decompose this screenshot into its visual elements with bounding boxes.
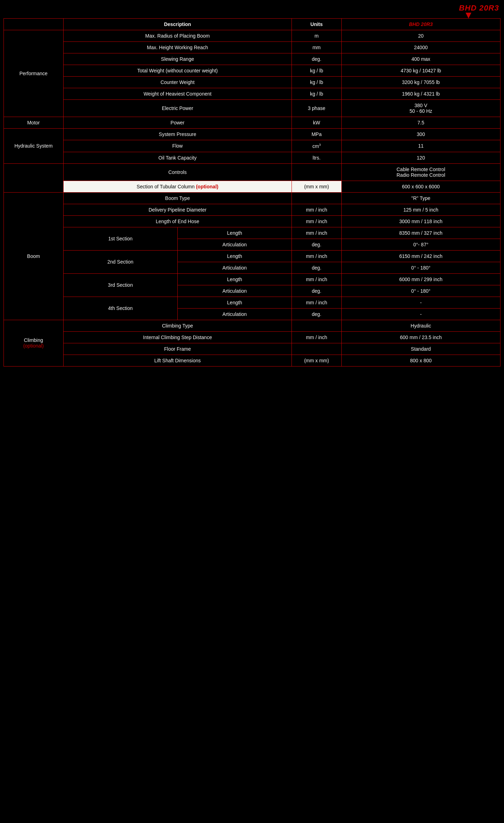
val-oil-tank: 120 [341,152,500,163]
desc-total-weight: Total Weight (without counter weight) [63,65,292,77]
table-row: Boom Boom Type "R" Type [4,192,500,204]
unit-delivery-pipeline: mm / inch [292,204,341,215]
sub-2nd-articulation-label: Articulation [177,262,292,273]
table-row: Motor Power kW 7.5 [4,117,500,129]
desc-power: Power [63,117,292,129]
val-4th-articulation: - [341,308,500,320]
desc-controls: Controls [63,163,292,181]
category-performance: Performance [4,30,64,117]
desc-slewing: Slewing Range [63,53,292,65]
val-tubular: 600 x 600 x 6000 [341,181,500,192]
unit-climbing-type [292,320,341,331]
unit-max-radius: m [292,30,341,42]
desc-max-radius: Max. Radius of Placing Boom [63,30,292,42]
val-2nd-length: 6150 mm / 242 inch [341,250,500,262]
val-3rd-articulation: 0° - 180° [341,285,500,297]
desc-4th-section: 4th Section [63,297,177,320]
table-row: Floor Frame Standard [4,343,500,355]
unit-3rd-length: mm / inch [292,273,341,285]
table-row: Internal Climbing Step Distance mm / inc… [4,331,500,343]
sub-3rd-length-label: Length [177,273,292,285]
sub-2nd-length-label: Length [177,250,292,262]
sub-4th-length-label: Length [177,297,292,308]
page-wrapper: BHD 20R3 ▼ Description Units BHD 20R3 Pe… [4,4,500,367]
val-2nd-articulation: 0° - 180° [341,262,500,273]
category-hydraulic: Hydraulic System [4,129,64,164]
unit-4th-length: mm / inch [292,297,341,308]
unit-climbing-step: mm / inch [292,331,341,343]
table-row: Weight of Heaviest Component kg / lb 196… [4,88,500,100]
desc-delivery-pipeline: Delivery Pipeline Diameter [63,204,292,215]
desc-climbing-type: Climbing Type [63,320,292,331]
table-row: Electric Power 3 phase 380 V50 - 60 Hz [4,100,500,117]
unit-1st-articulation: deg. [292,239,341,250]
desc-flow: Flow [63,140,292,152]
desc-3rd-section: 3rd Section [63,273,177,297]
unit-flow: cm3 [292,140,341,152]
val-counter-weight: 3200 kg / 7055 lb [341,77,500,88]
desc-end-hose: Length of End Hose [63,215,292,227]
desc-heaviest: Weight of Heaviest Component [63,88,292,100]
sub-3rd-articulation-label: Articulation [177,285,292,297]
table-row: Oil Tank Capacity ltrs. 120 [4,152,500,163]
unit-controls [292,163,341,181]
table-row: Performance Max. Radius of Placing Boom … [4,30,500,42]
desc-2nd-section: 2nd Section [63,250,177,273]
unit-counter-weight: kg / lb [292,77,341,88]
unit-total-weight: kg / lb [292,65,341,77]
val-climbing-step: 600 mm / 23.5 inch [341,331,500,343]
desc-max-height: Max. Height Working Reach [63,42,292,53]
val-delivery-pipeline: 125 mm / 5 inch [341,204,500,215]
desc-climbing-step: Internal Climbing Step Distance [63,331,292,343]
table-row: Delivery Pipeline Diameter mm / inch 125… [4,204,500,215]
val-4th-length: - [341,297,500,308]
header-section: BHD 20R3 ▼ [4,4,500,18]
unit-floor-frame [292,343,341,355]
val-controls: Cable Remote ControlRadio Remote Control [341,163,500,181]
unit-lift-shaft: (mm x mm) [292,355,341,366]
val-max-height: 24000 [341,42,500,53]
val-total-weight: 4730 kg / 10427 lb [341,65,500,77]
table-row: Section of Tubular Column (optional) (mm… [4,181,500,192]
val-lift-shaft: 800 x 800 [341,355,500,366]
desc-electric: Electric Power [63,100,292,117]
val-max-radius: 20 [341,30,500,42]
table-row: Max. Height Working Reach mm 24000 [4,42,500,53]
category-boom: Boom [4,192,64,320]
unit-oil-tank: ltrs. [292,152,341,163]
table-row: Slewing Range deg. 400 max [4,53,500,65]
unit-tubular: (mm x mm) [292,181,341,192]
val-boom-type: "R" Type [341,192,500,204]
val-flow: 11 [341,140,500,152]
sub-1st-length-label: Length [177,227,292,239]
val-power: 7.5 [341,117,500,129]
category-empty [4,163,64,192]
table-row: Flow cm3 11 [4,140,500,152]
col-header-category [4,19,64,30]
val-climbing-type: Hydraulic [341,320,500,331]
category-climbing: Climbing(optional) [4,320,64,366]
arrow-indicator: ▼ [459,13,478,18]
optional-label: (optional) [196,184,218,189]
climbing-optional-label: (optional) [23,343,44,349]
unit-heaviest: kg / lb [292,88,341,100]
col-header-description: Description [63,19,292,30]
desc-lift-shaft: Lift Shaft Dimensions [63,355,292,366]
table-row: 1st Section Length mm / inch 8350 mm / 3… [4,227,500,239]
table-row: 2nd Section Length mm / inch 6150 mm / 2… [4,250,500,262]
sub-4th-articulation-label: Articulation [177,308,292,320]
table-row: Total Weight (without counter weight) kg… [4,65,500,77]
val-heaviest: 1960 kg / 4321 lb [341,88,500,100]
table-row: Hydraulic System System Pressure MPa 300 [4,129,500,140]
desc-boom-type: Boom Type [63,192,292,204]
unit-sys-pressure: MPa [292,129,341,140]
val-floor-frame: Standard [341,343,500,355]
unit-1st-length: mm / inch [292,227,341,239]
desc-tubular: Section of Tubular Column (optional) [63,181,292,192]
unit-end-hose: mm / inch [292,215,341,227]
table-row: 3rd Section Length mm / inch 6000 mm / 2… [4,273,500,285]
table-row: Climbing(optional) Climbing Type Hydraul… [4,320,500,331]
unit-electric: 3 phase [292,100,341,117]
desc-floor-frame: Floor Frame [63,343,292,355]
val-1st-articulation: 0°- 87° [341,239,500,250]
